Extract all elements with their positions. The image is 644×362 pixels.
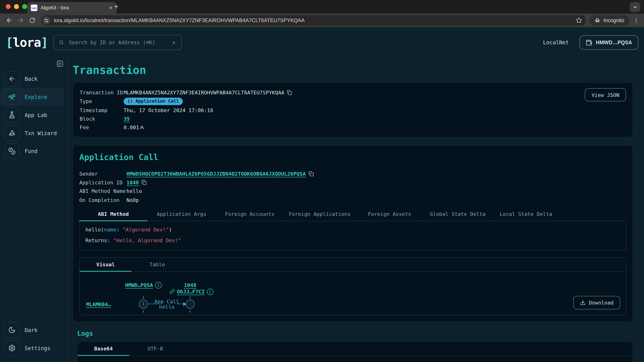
transaction-id-row: Transaction ID MLAMKB4ANXZ5NA2XY7ZNF3EAI… [80, 88, 626, 97]
sender-link[interactable]: HMWDSHQCOPD2T36WBAHLAZ6PO5GDJJZBN4D2TODK… [126, 171, 306, 177]
graph-txn-link[interactable]: MLAMKB4… [86, 301, 111, 307]
view-json-button[interactable]: View JSON [585, 88, 626, 101]
copy-icon[interactable] [142, 180, 147, 185]
download-button[interactable]: Download [573, 296, 620, 309]
sidebar-item-txn-wizard[interactable]: Txn Wizard [0, 125, 67, 140]
application-id-row: Application ID 1048 [79, 178, 626, 187]
graph-edge-label: App Call hello [154, 299, 179, 310]
gear-icon [4, 340, 20, 356]
app-number-badge: 2 [207, 289, 213, 295]
tab-close-icon[interactable] [109, 6, 113, 10]
transaction-graph: HMWD…PQSA 1 1048 O6JJ…F7CI 2 [80, 272, 626, 315]
bookmark-star-icon[interactable] [576, 17, 582, 23]
logo-text: lora [13, 35, 41, 50]
graph-group-link[interactable]: O6JJ…F7CI [177, 289, 205, 295]
forward-nav-icon[interactable] [15, 14, 26, 26]
graph-group-header: O6JJ…F7CI 2 [170, 289, 213, 295]
tab-foreign-accounts[interactable]: Foreign Accounts [216, 211, 284, 221]
lora-logo[interactable]: [lora] [6, 35, 48, 50]
application-id-link[interactable]: 1048 [126, 179, 139, 186]
sidebar-item-settings[interactable]: Settings [0, 341, 67, 356]
sidebar-item-fund[interactable]: Fund [0, 144, 67, 158]
network-label[interactable]: LocalNet [543, 39, 569, 45]
field-label: Block [80, 116, 124, 122]
tab-table[interactable]: Table [132, 261, 183, 271]
field-label: Sender [79, 171, 126, 177]
tab-foreign-applications[interactable]: Foreign Applications [284, 211, 355, 221]
tab-base64[interactable]: Base64 [78, 346, 130, 355]
browser-tabstrip: [ak] AlgoKit - lora [0, 0, 644, 13]
search-icon [59, 40, 64, 45]
reload-icon[interactable] [26, 14, 38, 26]
tab-visual[interactable]: Visual [80, 261, 132, 271]
field-label: Timestamp [80, 107, 124, 113]
type-badge: () Application Call [124, 98, 183, 105]
browser-menu-icon[interactable] [633, 17, 639, 23]
global-search[interactable] [54, 35, 182, 50]
field-label: Type [80, 98, 124, 104]
new-tab-button[interactable] [113, 4, 119, 9]
url-text[interactable]: lora.algokit.io/localnet/transaction/MLA… [54, 17, 573, 23]
fee-value: 0.001 [124, 124, 139, 131]
account-number-badge: 1 [155, 282, 162, 289]
app-header: [lora] LocalNet HMWD…PQSA [0, 27, 644, 58]
sidebar-item-theme-toggle[interactable]: Dark [0, 323, 67, 337]
log-entry: 1. FR98dQAUSGVsbG8sIEFsZ29yYW5kIERldiE= [78, 356, 632, 362]
site-settings-icon[interactable] [42, 16, 50, 24]
browser-window: [ak] AlgoKit - lora lora.algokit.io/loca [0, 0, 644, 362]
incognito-icon [594, 17, 600, 23]
abi-method-row: ABI Method Name hello [79, 187, 626, 195]
graph-app-header: 1048 [184, 282, 196, 288]
coins-icon [4, 143, 20, 159]
sidebar-item-back[interactable]: Back [0, 71, 67, 86]
browser-tab[interactable]: [ak] AlgoKit - lora [27, 2, 117, 13]
url-bar[interactable]: lora.algokit.io/localnet/transaction/MLA… [41, 15, 586, 26]
search-clear-icon[interactable] [172, 40, 176, 45]
incognito-badge: Incognito [590, 15, 629, 26]
tab-global-state-delta[interactable]: Global State Delta [424, 211, 492, 221]
back-nav-icon[interactable] [3, 14, 15, 26]
wallet-button[interactable]: HMWD…PQSA [580, 35, 638, 50]
wallet-address: HMWD…PQSA [596, 39, 632, 45]
copy-icon[interactable] [287, 90, 292, 95]
copy-icon[interactable] [308, 171, 314, 176]
sidebar-collapse-icon[interactable] [56, 60, 64, 67]
logs-section: Logs Base64 UTF-8 1. FR98dQAUSGVsbG8sIEF… [77, 330, 633, 362]
tab-application-args[interactable]: Application Args [148, 211, 216, 221]
search-input[interactable] [68, 39, 168, 46]
minimize-window-button[interactable] [14, 4, 19, 9]
abi-call-signature: hello(name: "Algorand Dev!") [85, 226, 620, 233]
abi-return-value: "Hello, Algorand Dev!" [113, 237, 181, 243]
tab-local-state-delta[interactable]: Local State Delta [492, 211, 560, 221]
app-call-tabs: ABI Method Application Args Foreign Acco… [79, 211, 626, 221]
link-icon [170, 289, 175, 295]
logo-bracket: [ [6, 35, 13, 50]
abi-method-panel: hello(name: "Algorand Dev!") Returns: "H… [79, 221, 626, 251]
incognito-label: Incognito [604, 17, 624, 23]
field-label: Fee [80, 124, 124, 131]
tab-abi-method[interactable]: ABI Method [79, 211, 148, 221]
tab-search-chevron-icon[interactable] [630, 2, 640, 12]
window-controls[interactable] [6, 4, 27, 9]
header-right: LocalNet HMWD…PQSA [543, 35, 638, 50]
sidebar-item-label: Txn Wizard [25, 130, 57, 136]
block-link[interactable]: 35 [124, 116, 130, 122]
wallet-icon [586, 39, 592, 46]
graph-sender-link[interactable]: HMWD…PQSA [125, 282, 153, 288]
wizard-hat-icon [4, 125, 20, 141]
field-label: ABI Method Name [79, 188, 126, 194]
logo-bracket: ] [41, 35, 48, 50]
transaction-id-value: MLAMKB4ANXZ5NA2XY7ZNF3EAIROHVWPAB4A7CLT6… [124, 89, 284, 96]
tab-utf8[interactable]: UTF-8 [129, 346, 181, 355]
graph-to-node [186, 300, 195, 309]
sidebar-item-app-lab[interactable]: App Lab [0, 108, 67, 122]
zoom-window-button[interactable] [22, 4, 27, 9]
tab-foreign-assets[interactable]: Foreign Assets [356, 211, 424, 221]
type-row: Type () Application Call [80, 97, 626, 106]
field-label: On Completion [79, 197, 126, 203]
close-window-button[interactable] [6, 4, 10, 9]
graph-app-id-link[interactable]: 1048 [184, 282, 196, 288]
timestamp-value: Thu, 17 October 2024 17:06:16 [124, 107, 213, 113]
sidebar-item-explore[interactable]: Explore [0, 89, 67, 104]
algo-icon [140, 125, 144, 130]
